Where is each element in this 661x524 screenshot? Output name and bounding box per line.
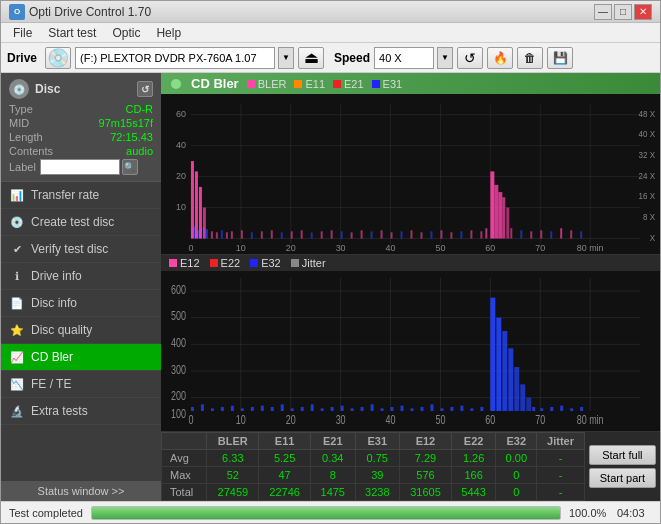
menu-optic[interactable]: Optic xyxy=(104,24,148,42)
svg-rect-154 xyxy=(532,407,535,411)
disc-type-row: Type CD-R xyxy=(9,103,153,115)
minimize-button[interactable]: — xyxy=(594,4,612,20)
svg-rect-50 xyxy=(251,232,253,238)
speed-select[interactable]: 40 X xyxy=(374,47,434,69)
label-text: Label xyxy=(9,161,36,173)
svg-rect-44 xyxy=(211,231,213,238)
disc-contents-row: Contents audio xyxy=(9,145,153,157)
transfer-rate-icon: 📊 xyxy=(9,187,25,203)
label-input[interactable] xyxy=(40,159,120,175)
title-bar-text: Opti Drive Control 1.70 xyxy=(29,5,594,19)
bottom-chart-svg: 600 500 400 300 200 100 0 10 20 30 40 50… xyxy=(161,271,660,431)
legend-jitter-dot xyxy=(291,259,299,267)
app-icon: O xyxy=(9,4,25,20)
svg-rect-67 xyxy=(420,232,422,238)
svg-rect-146 xyxy=(480,407,483,411)
svg-rect-83 xyxy=(540,230,542,238)
start-full-button[interactable]: Start full xyxy=(589,445,656,465)
legend-e12: E12 xyxy=(169,257,200,269)
svg-rect-145 xyxy=(470,408,473,411)
close-button[interactable]: ✕ xyxy=(634,4,652,20)
nav-transfer-rate[interactable]: 📊 Transfer rate xyxy=(1,182,161,209)
svg-rect-0 xyxy=(161,94,660,254)
nav-cd-bler[interactable]: 📈 CD Bler xyxy=(1,344,161,371)
col-header-label xyxy=(162,433,207,450)
maximize-button[interactable]: □ xyxy=(614,4,632,20)
drive-select[interactable]: (F:) PLEXTOR DVDR PX-760A 1.07 xyxy=(75,47,275,69)
svg-rect-156 xyxy=(550,407,553,411)
menu-start-test[interactable]: Start test xyxy=(40,24,104,42)
erase-button[interactable]: 🗑 xyxy=(517,47,543,69)
svg-rect-41 xyxy=(195,171,198,238)
nav-extra-tests[interactable]: 🔬 Extra tests xyxy=(1,398,161,425)
avg-bler: 6.33 xyxy=(207,450,259,467)
svg-rect-130 xyxy=(321,408,324,411)
svg-text:10: 10 xyxy=(176,201,186,211)
total-label: Total xyxy=(162,484,207,501)
nav-verify-test-disc[interactable]: ✔ Verify test disc xyxy=(1,236,161,263)
menu-file[interactable]: File xyxy=(5,24,40,42)
total-e12: 31605 xyxy=(400,484,452,501)
legend-e22-label: E22 xyxy=(221,257,241,269)
nav-fe-te[interactable]: 📉 FE / TE xyxy=(1,371,161,398)
svg-text:70: 70 xyxy=(535,243,545,253)
svg-text:40 X: 40 X xyxy=(639,130,656,139)
svg-rect-117 xyxy=(191,407,194,411)
disc-refresh-button[interactable]: ↺ xyxy=(137,81,153,97)
svg-rect-70 xyxy=(450,232,452,238)
svg-rect-124 xyxy=(261,406,264,411)
svg-rect-81 xyxy=(520,230,522,238)
disc-info-icon: 📄 xyxy=(9,295,25,311)
svg-rect-87 xyxy=(580,231,582,238)
svg-rect-72 xyxy=(470,230,472,238)
svg-text:80 min: 80 min xyxy=(577,243,604,253)
stats-table: BLER E11 E21 E31 E12 E22 E32 Jitter xyxy=(161,432,585,501)
total-bler: 27459 xyxy=(207,484,259,501)
main-window: O Opti Drive Control 1.70 — □ ✕ File Sta… xyxy=(0,0,661,524)
nav-disc-quality[interactable]: ⭐ Disc quality xyxy=(1,317,161,344)
drive-select-arrow[interactable]: ▼ xyxy=(278,47,294,69)
avg-e21: 0.34 xyxy=(311,450,356,467)
disc-contents-value: audio xyxy=(126,145,153,157)
svg-rect-75 xyxy=(490,171,494,238)
disc-header-label: Disc xyxy=(35,82,60,96)
svg-rect-62 xyxy=(371,231,373,238)
max-e12: 576 xyxy=(400,467,452,484)
svg-rect-53 xyxy=(281,232,283,238)
svg-rect-59 xyxy=(341,231,343,238)
start-part-button[interactable]: Start part xyxy=(589,468,656,488)
total-e31: 3238 xyxy=(355,484,400,501)
disc-icon: 💿 xyxy=(9,79,29,99)
cd-bler-icon: 📈 xyxy=(9,349,25,365)
legend-e32-label: E32 xyxy=(261,257,281,269)
label-search-button[interactable]: 🔍 xyxy=(122,159,138,175)
status-window-button[interactable]: Status window >> xyxy=(1,481,161,501)
svg-rect-151 xyxy=(514,367,519,411)
burn-button[interactable]: 🔥 xyxy=(487,47,513,69)
table-row: Avg 6.33 5.25 0.34 0.75 7.29 1.26 0.00 - xyxy=(162,450,585,467)
svg-text:300: 300 xyxy=(171,362,186,376)
speed-select-arrow[interactable]: ▼ xyxy=(437,47,453,69)
refresh-speed-button[interactable]: ↺ xyxy=(457,47,483,69)
svg-rect-52 xyxy=(271,230,273,238)
save-button[interactable]: 💾 xyxy=(547,47,573,69)
svg-text:0: 0 xyxy=(188,243,193,253)
svg-rect-48 xyxy=(231,231,233,238)
svg-rect-153 xyxy=(526,398,531,411)
title-bar: O Opti Drive Control 1.70 — □ ✕ xyxy=(1,1,660,23)
svg-text:40: 40 xyxy=(176,140,186,150)
chart-title: CD Bler xyxy=(191,76,239,91)
nav-drive-info[interactable]: ℹ Drive info xyxy=(1,263,161,290)
svg-rect-140 xyxy=(420,407,423,411)
nav-create-test-disc[interactable]: 💿 Create test disc xyxy=(1,209,161,236)
avg-e11: 5.25 xyxy=(259,450,311,467)
nav-disc-info[interactable]: 📄 Disc info xyxy=(1,290,161,317)
eject-button[interactable]: ⏏ xyxy=(298,47,324,69)
svg-rect-135 xyxy=(371,404,374,411)
svg-rect-49 xyxy=(241,230,243,238)
disc-mid-value: 97m15s17f xyxy=(99,117,153,129)
svg-rect-131 xyxy=(331,407,334,411)
menu-help[interactable]: Help xyxy=(148,24,189,42)
nav-transfer-rate-label: Transfer rate xyxy=(31,188,99,202)
svg-text:20: 20 xyxy=(286,243,296,253)
